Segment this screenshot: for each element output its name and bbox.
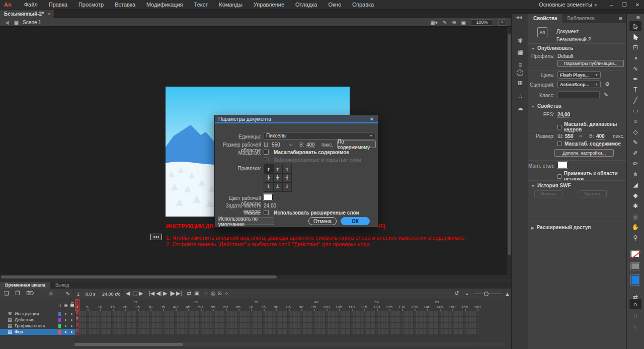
scale-frame-ranges-checkbox[interactable]: Масштаб. диапазоны кадров — [557, 121, 626, 132]
custom-onion-icon[interactable]: ⁘ — [224, 290, 228, 297]
paint-bucket-tool[interactable]: ◢ — [629, 180, 641, 190]
anchor-cell-7[interactable]: ┻ — [273, 182, 283, 192]
menu-item-файл[interactable]: Файл — [19, 0, 43, 10]
step-back-icon[interactable]: ◀ — [126, 290, 130, 297]
stroke-color-swatch[interactable] — [631, 251, 639, 258]
color-panel-icon[interactable]: ✾ — [515, 36, 525, 45]
new-layer-icon[interactable]: ❏ — [4, 290, 9, 297]
dialog-close-icon[interactable]: ✕ — [370, 116, 378, 122]
camera-tool[interactable]: ▣ — [629, 212, 641, 222]
gradient-transform-tool[interactable]: ◑ — [629, 53, 641, 63]
properties-section-header[interactable]: ▼Свойства — [531, 103, 561, 109]
frame-back-icon[interactable]: ◀| — [156, 290, 162, 297]
onion-range-icon[interactable]: ⊙ — [217, 290, 222, 297]
use-default-button[interactable]: Использовать по умолчанию — [218, 218, 274, 225]
layer-row-Действия[interactable]: ▤Действия — [0, 317, 75, 323]
fill-color-swatch[interactable] — [631, 275, 639, 285]
scene-breadcrumb[interactable]: Scene 1 — [23, 20, 41, 25]
layer-color-swatch[interactable] — [58, 330, 61, 334]
tab-properties[interactable]: Свойства — [528, 14, 562, 23]
link-dimensions-icon[interactable]: ∞ — [289, 142, 292, 147]
eraser-tool[interactable]: ◆ — [629, 190, 641, 200]
close-button[interactable]: ✕ — [631, 0, 644, 10]
swf-history-section-header[interactable]: ▼История SWF — [531, 183, 571, 188]
line-tool[interactable]: ╱ — [629, 95, 641, 105]
publish-section-header[interactable]: ▼Опубликовать — [531, 45, 573, 51]
classic-brush-tool[interactable]: ✏ — [629, 159, 641, 169]
playhead[interactable]: 1 — [75, 299, 79, 311]
dialog-title-bar[interactable]: Параметры документа ✕ — [215, 115, 378, 123]
timeline-zoom-out-icon[interactable]: ▴ — [466, 292, 468, 296]
ok-button[interactable]: ОК — [341, 217, 370, 225]
menu-item-модификация[interactable]: Модификация — [141, 0, 189, 10]
panel-menu-icon[interactable]: ≣ — [618, 14, 626, 23]
fps-value[interactable]: 24,00 — [557, 112, 570, 118]
wrench-icon[interactable]: ⚙ — [605, 81, 610, 88]
timeline-ruler[interactable]: 1 51015202530354045505560657075808590951… — [76, 299, 479, 311]
edit-multiple-frames-icon[interactable]: ▣ — [194, 290, 199, 297]
stage-zoom-input[interactable]: 100% — [471, 19, 493, 26]
script-dropdown[interactable]: ActionScrip... ▼ — [557, 81, 601, 88]
layer-lock-dot[interactable] — [71, 325, 72, 327]
zoom-tool[interactable]: ⚲ — [629, 233, 641, 243]
new-folder-icon[interactable]: ❐ — [15, 290, 20, 297]
timeline-zoom-in-icon[interactable]: ▲ — [505, 291, 510, 297]
frame-forward-icon[interactable]: |▶ — [170, 290, 175, 297]
restore-button[interactable]: ❐ — [618, 0, 631, 10]
close-tab-icon[interactable]: × — [48, 12, 50, 17]
asset-warp-tool[interactable]: ✱ — [629, 201, 641, 211]
selection-tool[interactable] — [629, 21, 641, 31]
pencil-icon[interactable]: ✎ — [604, 92, 608, 98]
timeline-zoom-knob[interactable] — [484, 292, 489, 296]
tab-library[interactable]: Библиотека — [562, 14, 600, 23]
object-drawing-swatch[interactable] — [631, 263, 639, 270]
edit-symbol-icon[interactable]: ✎ — [443, 20, 447, 25]
step-forward-icon[interactable]: ▶ — [139, 290, 143, 297]
panel-menu-icon[interactable]: ≣ — [636, 15, 640, 20]
lock-icon[interactable] — [70, 304, 74, 307]
clip-content-icon[interactable]: ▣ — [461, 20, 466, 25]
onion-outlines-icon[interactable]: ◎ — [211, 290, 216, 297]
cc-libraries-panel-icon[interactable]: ☁ — [515, 104, 525, 113]
frame-rate[interactable]: 24,00 к/с — [102, 292, 120, 297]
subselection-tool[interactable] — [629, 32, 641, 42]
layer-row-Инструкции[interactable]: ⚒Инструкции — [0, 311, 75, 317]
tab-timeline[interactable]: Временная шкала — [0, 282, 50, 289]
scale-content-checkbox[interactable] — [264, 150, 269, 155]
minimize-button[interactable]: – — [605, 0, 618, 10]
link-dimensions-icon[interactable]: ∞ — [579, 133, 582, 138]
text-tool[interactable]: T — [629, 85, 641, 95]
menu-item-окно[interactable]: Окно — [323, 0, 347, 10]
pen-tool[interactable]: ✒ — [629, 74, 641, 84]
layer-visibility-dot[interactable] — [65, 319, 66, 321]
accessibility-section-header[interactable]: ▶Расширенный доступ — [531, 225, 591, 230]
frame-indicator-icon[interactable]: ▢ — [132, 290, 137, 297]
size-w-value[interactable]: 550 — [565, 133, 574, 139]
layer-visibility-dot[interactable] — [65, 325, 66, 327]
timeline-horizontal-scrollbar[interactable] — [73, 342, 506, 346]
menu-item-вставка[interactable]: Вставка — [109, 0, 141, 10]
layer-lock-dot[interactable] — [71, 331, 72, 333]
advanced-settings-button[interactable]: Дополн. настройки... — [554, 149, 614, 157]
anchor-cell-4[interactable]: ╋ — [273, 173, 283, 183]
anchor-cell-2[interactable]: ┓ — [282, 164, 292, 173]
anchor-cell-1[interactable]: ┳ — [273, 164, 283, 173]
menu-item-текст[interactable]: Текст — [189, 0, 214, 10]
layer-visibility-dot[interactable] — [65, 331, 66, 333]
s-tool-icon[interactable]: S — [629, 311, 641, 321]
go-first-icon[interactable]: |◀ — [149, 290, 154, 297]
menu-item-управление[interactable]: Управление — [248, 0, 290, 10]
scale-content-checkbox[interactable]: Масштаб. содержимое — [557, 141, 621, 147]
publish-settings-button[interactable]: Параметры публикации... — [557, 60, 624, 67]
camera-icon[interactable]: ▣ — [48, 290, 53, 297]
graph-editor-icon[interactable]: ∿ — [65, 290, 70, 297]
layer-lock-dot[interactable] — [71, 319, 72, 321]
layer-color-swatch[interactable] — [58, 324, 61, 328]
transform-panel-icon[interactable]: ⊞ — [515, 79, 525, 88]
stage-vertical-scrollbar[interactable] — [507, 27, 511, 275]
center-stage-icon[interactable]: ⊕ — [452, 20, 456, 25]
oval-tool[interactable]: ○ — [629, 116, 641, 126]
polystar-tool[interactable]: ◇ — [629, 127, 641, 137]
snow-symbol-instance[interactable] — [150, 234, 162, 240]
lasso-tool[interactable]: ∿ — [629, 63, 641, 74]
